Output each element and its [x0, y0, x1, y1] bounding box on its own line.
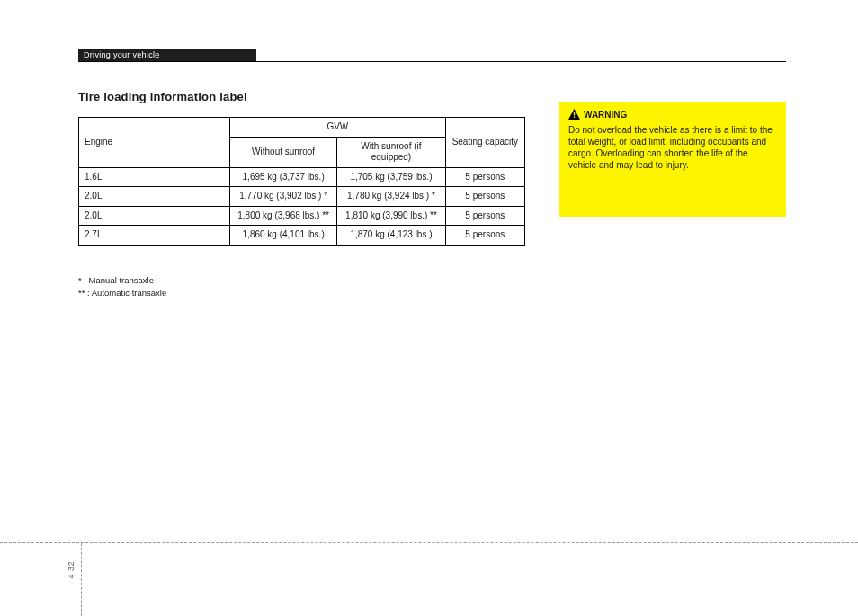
col-seats: Seating capacity	[445, 118, 524, 168]
cell-engine: 2.0L	[79, 187, 230, 207]
cell-engine: 1.6L	[79, 167, 230, 187]
cell-with: 1,705 kg (3,759 lbs.)	[337, 167, 445, 187]
col-without-sunroof: Without sunroof	[230, 137, 337, 167]
colgroup-gvw: GVW	[230, 118, 446, 138]
cell-engine: 2.0L	[79, 206, 230, 226]
section-title: Tire loading information label	[78, 90, 247, 103]
cell-seats: 5 persons	[445, 187, 524, 207]
cell-seats: 5 persons	[445, 226, 524, 246]
cell-without: 1,695 kg (3,737 lbs.)	[230, 167, 337, 187]
warning-box: WARNING Do not overload the vehicle as t…	[559, 102, 786, 217]
gvw-table: Engine GVW Seating capacity Without sunr…	[78, 117, 525, 246]
svg-rect-1	[574, 116, 575, 117]
cell-seats: 5 persons	[445, 167, 524, 187]
cell-with: 1,780 kg (3,924 lbs.) *	[337, 187, 445, 207]
table-footnote-1: * : Manual transaxle	[78, 275, 154, 285]
cell-with: 1,810 kg (3,990 lbs.) **	[337, 206, 445, 226]
header-rule	[78, 61, 786, 62]
table-row: 2.7L 1,860 kg (4,101 lbs.) 1,870 kg (4,1…	[79, 226, 525, 246]
cell-engine: 2.7L	[79, 226, 230, 246]
cell-without: 1,770 kg (3,902 lbs.) *	[230, 187, 337, 207]
cell-seats: 5 persons	[445, 206, 524, 226]
warning-icon	[568, 109, 580, 120]
page-number: 4 32	[67, 561, 76, 579]
col-with-sunroof: With sunroof (if equipped)	[337, 137, 445, 167]
col-engine: Engine	[79, 118, 230, 168]
warning-label: WARNING	[584, 110, 627, 120]
trim-line-v	[81, 543, 82, 616]
table-footnote-2: ** : Automatic transaxle	[78, 288, 166, 298]
warning-body: Do not overload the vehicle as there is …	[568, 124, 777, 171]
cell-without: 1,800 kg (3,968 lbs.) **	[230, 206, 337, 226]
warning-header: WARNING	[568, 109, 777, 121]
trim-line-h	[0, 542, 858, 543]
cell-without: 1,860 kg (4,101 lbs.)	[230, 226, 337, 246]
svg-rect-0	[574, 112, 575, 115]
header-tab-label: Driving your vehicle	[78, 49, 165, 61]
cell-with: 1,870 kg (4,123 lbs.)	[337, 226, 445, 246]
table-row: 2.0L 1,770 kg (3,902 lbs.) * 1,780 kg (3…	[79, 187, 525, 207]
table-row: 1.6L 1,695 kg (3,737 lbs.) 1,705 kg (3,7…	[79, 167, 525, 187]
table-row: 2.0L 1,800 kg (3,968 lbs.) ** 1,810 kg (…	[79, 206, 525, 226]
